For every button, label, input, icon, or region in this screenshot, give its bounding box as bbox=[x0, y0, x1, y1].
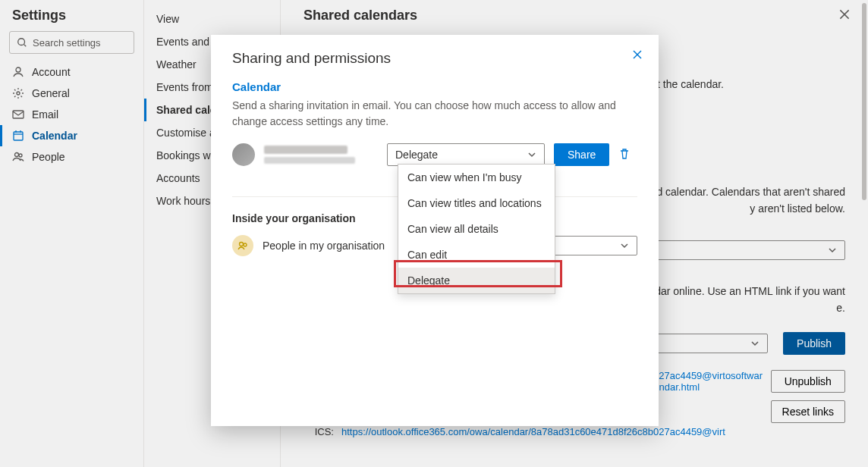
nav-label: People bbox=[32, 151, 65, 163]
org-label: People in my organisation bbox=[263, 240, 385, 252]
ics-url-link[interactable]: https://outlook.office365.com/owa/calend… bbox=[341, 426, 765, 437]
nav-email[interactable]: Email bbox=[0, 104, 143, 125]
user-name-redacted bbox=[264, 146, 348, 154]
publish-button[interactable]: Publish bbox=[783, 332, 845, 355]
page-title: Shared calendars bbox=[303, 8, 845, 24]
account-icon bbox=[12, 66, 24, 78]
svg-point-9 bbox=[15, 153, 19, 157]
settings-title: Settings bbox=[0, 8, 143, 31]
svg-rect-5 bbox=[14, 132, 23, 140]
search-input[interactable]: Search settings bbox=[9, 31, 134, 54]
svg-rect-4 bbox=[13, 111, 24, 118]
gear-icon bbox=[12, 87, 24, 99]
chevron-down-icon bbox=[828, 246, 837, 255]
trash-icon[interactable] bbox=[618, 148, 631, 162]
share-button[interactable]: Share bbox=[554, 143, 609, 166]
svg-line-1 bbox=[24, 45, 27, 47]
unpublish-button[interactable]: Unpublish bbox=[771, 370, 845, 393]
people-icon bbox=[12, 151, 24, 163]
nav-label: General bbox=[32, 87, 70, 99]
calendar-select[interactable] bbox=[648, 240, 845, 260]
user-email-redacted bbox=[264, 157, 355, 164]
chevron-down-icon bbox=[620, 241, 629, 250]
dropdown-option-delegate[interactable]: Delegate bbox=[398, 268, 555, 293]
permission-select[interactable]: Delegate bbox=[387, 143, 545, 166]
reset-links-button[interactable]: Reset links bbox=[771, 400, 845, 423]
dropdown-option[interactable]: Can view titles and locations bbox=[398, 190, 555, 216]
modal-title: Sharing and permissions bbox=[232, 50, 637, 67]
dropdown-option[interactable]: Can view all details bbox=[398, 216, 555, 242]
svg-point-2 bbox=[16, 67, 20, 72]
subnav-view[interactable]: View bbox=[144, 8, 280, 30]
svg-point-15 bbox=[240, 243, 244, 246]
nav-label: Email bbox=[32, 108, 58, 121]
mail-icon bbox=[12, 108, 24, 121]
avatar bbox=[232, 143, 255, 166]
permission-selected: Delegate bbox=[395, 149, 438, 161]
nav-label: Calendar bbox=[32, 130, 77, 142]
people-icon bbox=[232, 235, 253, 256]
calendar-label: Calendar bbox=[232, 80, 637, 93]
search-icon bbox=[16, 36, 28, 49]
chevron-down-icon bbox=[527, 150, 536, 159]
scrollbar[interactable] bbox=[862, 3, 866, 200]
svg-point-10 bbox=[19, 154, 22, 157]
nav-label: Account bbox=[32, 66, 71, 78]
nav-account[interactable]: Account bbox=[0, 61, 143, 83]
modal-close-icon[interactable] bbox=[631, 49, 643, 63]
chevron-down-icon bbox=[750, 339, 760, 348]
nav-calendar[interactable]: Calendar bbox=[0, 125, 143, 146]
nav-general[interactable]: General bbox=[0, 83, 143, 104]
permission-dropdown: Can view when I'm busy Can view titles a… bbox=[398, 164, 555, 294]
nav-people[interactable]: People bbox=[0, 146, 143, 168]
calendar-icon bbox=[12, 130, 24, 142]
search-placeholder: Search settings bbox=[33, 37, 101, 49]
ics-label: ICS: bbox=[303, 426, 334, 437]
svg-point-0 bbox=[18, 39, 25, 45]
svg-point-16 bbox=[244, 243, 247, 246]
close-icon[interactable] bbox=[838, 8, 853, 23]
svg-point-3 bbox=[17, 92, 20, 95]
dropdown-option[interactable]: Can view when I'm busy bbox=[398, 165, 555, 190]
dropdown-option[interactable]: Can edit bbox=[398, 242, 555, 268]
modal-description: Send a sharing invitation in email. You … bbox=[232, 98, 637, 130]
